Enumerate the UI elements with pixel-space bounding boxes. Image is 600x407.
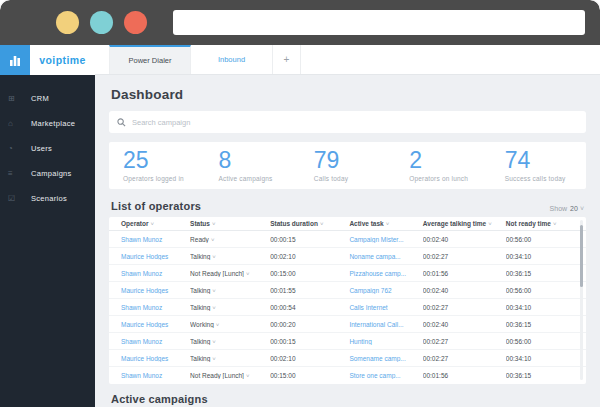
not-ready-time: 00:34:10	[506, 304, 586, 311]
status-duration: 00:01:55	[270, 287, 349, 294]
operator-link[interactable]: Shawn Munoz	[109, 372, 190, 379]
status-duration: 00:15:00	[270, 270, 349, 277]
operator-link[interactable]: Maurice Hodges	[109, 287, 190, 294]
sidebar-item-campaigns[interactable]: ≡Campaigns	[0, 161, 95, 186]
table-row: Shawn MunozTalking˅00:00:54Calls Interne…	[109, 299, 586, 316]
chevron-down-icon: ˅	[212, 339, 216, 345]
table-row: Shawn MunozReady˅00:00:15Campaign Mister…	[109, 231, 586, 248]
maximize-dot-icon[interactable]	[90, 11, 113, 34]
stat-value: 8	[218, 149, 299, 172]
sort-chevron-icon: ˅	[320, 221, 324, 227]
active-task-link[interactable]: Campaign Mister...	[349, 236, 422, 243]
tab-inbound[interactable]: Inbound	[191, 45, 273, 74]
sidebar-item-label: CRM	[22, 94, 49, 103]
active-task-link[interactable]: Calls Internet	[349, 304, 422, 311]
minimize-dot-icon[interactable]	[56, 11, 79, 34]
column-header-average-talking-time[interactable]: Average talking time˅	[423, 220, 506, 227]
show-count-select[interactable]: Show20˅	[550, 205, 584, 212]
avg-talking-time: 00:02:40	[423, 236, 506, 243]
search-box	[109, 111, 586, 133]
show-label: Show	[550, 205, 568, 212]
stat-active-campaigns: 8Active campaigns	[204, 149, 299, 182]
avg-talking-time: 00:01:56	[423, 270, 506, 277]
avg-talking-time: 00:02:27	[423, 304, 506, 311]
column-header-operator[interactable]: Operator˅	[109, 220, 190, 227]
table-row: Shawn MunozNot Ready [Lunch]˅00:15:00Piz…	[109, 265, 586, 282]
status-duration: 00:00:54	[270, 304, 349, 311]
status-select[interactable]: Not Ready [Lunch]˅	[190, 372, 270, 379]
sort-chevron-icon: ˅	[150, 221, 154, 227]
chevron-down-icon: ˅	[216, 322, 220, 328]
status-select[interactable]: Talking˅	[190, 355, 270, 362]
avg-talking-time: 00:02:27	[423, 338, 506, 345]
table-row: Maurice HodgesTalking˅00:02:10Noname cam…	[109, 248, 586, 265]
status-select[interactable]: Talking˅	[190, 253, 270, 260]
sort-chevron-icon: ˅	[553, 221, 557, 227]
column-header-status-duration[interactable]: Status duration˅	[270, 220, 349, 227]
sort-chevron-icon: ˅	[386, 221, 390, 227]
active-task-link[interactable]: Hunting	[349, 338, 422, 345]
column-header-not-ready-time[interactable]: Not ready time˅	[506, 220, 586, 227]
column-header-active-task[interactable]: Active task˅	[349, 220, 422, 227]
close-dot-icon[interactable]	[124, 11, 147, 34]
status-select[interactable]: Talking˅	[190, 287, 270, 294]
operator-link[interactable]: Shawn Munoz	[109, 236, 190, 243]
table-scrollbar-track[interactable]	[580, 220, 583, 380]
sidebar-item-users[interactable]: ◔Users	[0, 136, 95, 161]
logo-row: voiptime	[0, 45, 95, 75]
status-duration: 00:02:10	[270, 355, 349, 362]
operator-link[interactable]: Shawn Munoz	[109, 338, 190, 345]
stat-value: 74	[505, 149, 586, 172]
tab-power-dialer[interactable]: Power Dialer	[109, 45, 191, 74]
not-ready-time: 00:36:15	[506, 321, 586, 328]
sidebar-item-marketplace[interactable]: ⌂Marketplace	[0, 111, 95, 136]
stat-label: Calls today	[314, 175, 395, 182]
operator-link[interactable]: Maurice Hodges	[109, 321, 190, 328]
active-task-link[interactable]: Campaign 762	[349, 287, 422, 294]
active-task-link[interactable]: Pizzahouse camp...	[349, 270, 422, 277]
sidebar-item-label: Campaigns	[22, 169, 72, 178]
status-duration: 00:15:00	[270, 372, 349, 379]
main-column: Power DialerInbound+ Dashboard 25Operato…	[95, 45, 600, 407]
chevron-down-icon: ˅	[580, 205, 584, 212]
active-task-link[interactable]: Somename camp...	[349, 355, 422, 362]
table-row: Shawn MunozNot Ready [Lunch]˅00:15:00Sto…	[109, 367, 586, 384]
status-select[interactable]: Working˅	[190, 321, 270, 328]
column-header-status[interactable]: Status˅	[190, 220, 270, 227]
sidebar: voiptime ⊞CRM⌂Marketplace◔Users≡Campaign…	[0, 45, 95, 407]
stat-label: Success calls today	[505, 175, 586, 182]
search-input[interactable]	[126, 118, 586, 127]
operator-link[interactable]: Shawn Munoz	[109, 304, 190, 311]
active-task-link[interactable]: Store one camp...	[349, 372, 422, 379]
active-task-link[interactable]: Noname campa...	[349, 253, 422, 260]
sidebar-item-scenarios[interactable]: ☑Scenarios	[0, 186, 95, 211]
table-row: Maurice HodgesTalking˅00:02:10Somename c…	[109, 350, 586, 367]
add-tab-button[interactable]: +	[273, 45, 301, 74]
status-select[interactable]: Talking˅	[190, 304, 270, 311]
voiptime-logo[interactable]: voiptime	[30, 45, 95, 75]
url-bar[interactable]	[173, 10, 585, 35]
status-select[interactable]: Not Ready [Lunch]˅	[190, 270, 270, 277]
active-campaigns-title: Active campaigns	[111, 393, 586, 405]
operator-link[interactable]: Shawn Munoz	[109, 270, 190, 277]
operator-link[interactable]: Maurice Hodges	[109, 253, 190, 260]
operator-link[interactable]: Maurice Hodges	[109, 355, 190, 362]
stat-value: 79	[314, 149, 395, 172]
not-ready-time: 00:36:15	[506, 372, 586, 379]
stat-operators-logged-in: 25Operators logged in	[109, 149, 204, 182]
crm-grid-icon: ⊞	[8, 95, 22, 103]
operators-header: List of operators Show20˅	[111, 200, 584, 212]
table-scrollbar-thumb[interactable]	[580, 225, 583, 287]
sidebar-item-crm[interactable]: ⊞CRM	[0, 86, 95, 111]
status-select[interactable]: Ready˅	[190, 236, 270, 243]
active-task-link[interactable]: International Call...	[349, 321, 422, 328]
status-duration: 00:02:10	[270, 253, 349, 260]
status-select[interactable]: Talking˅	[190, 338, 270, 345]
table-row: Shawn MunozTalking˅00:00:15Hunting00:02:…	[109, 333, 586, 350]
sidebar-nav: ⊞CRM⌂Marketplace◔Users≡Campaigns☑Scenari…	[0, 75, 95, 211]
table-header-row: Operator˅Status˅Status duration˅Active t…	[109, 217, 586, 231]
bar-chart-icon[interactable]	[0, 45, 30, 75]
status-duration: 00:00:20	[270, 321, 349, 328]
show-value: 20	[570, 205, 578, 212]
chevron-down-icon: ˅	[212, 305, 216, 311]
